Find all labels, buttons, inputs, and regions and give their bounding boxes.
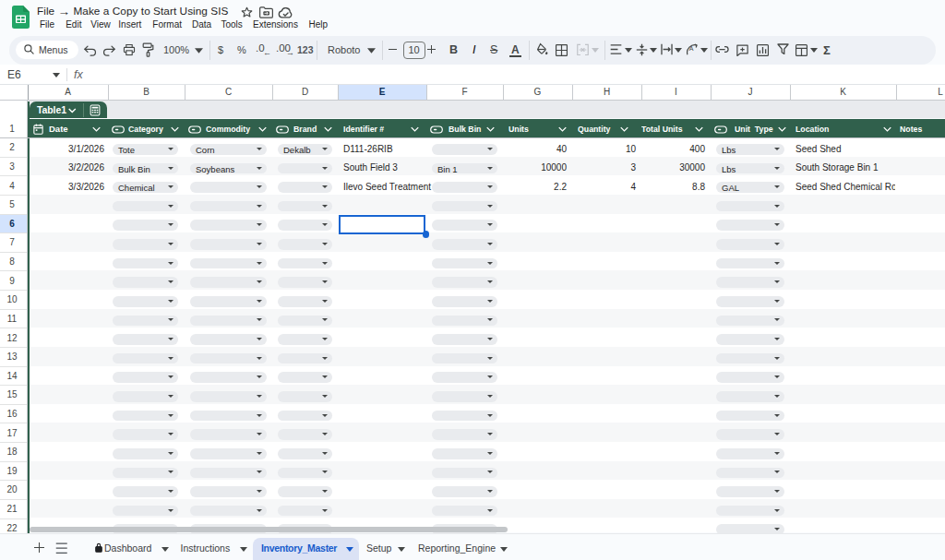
svg-text:A: A [689,45,694,52]
